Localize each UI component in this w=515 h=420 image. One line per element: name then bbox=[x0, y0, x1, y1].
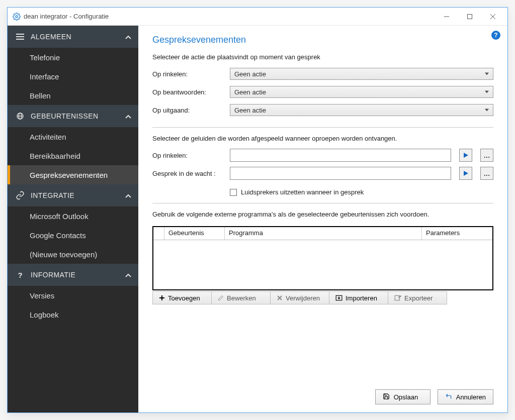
mute-speakers-label: Luidsprekers uitzetten wanneer in gespre… bbox=[241, 188, 364, 196]
sidebar-item-interface[interactable]: Interface bbox=[8, 67, 138, 86]
button-label: Opslaan bbox=[394, 393, 418, 401]
chevron-up-icon bbox=[125, 271, 131, 279]
sidebar-item-label: Logboek bbox=[30, 310, 59, 319]
sidebar-item-label: Gespreksevenementen bbox=[30, 171, 108, 179]
page-title: Gespreksevenementen bbox=[152, 35, 493, 45]
chevron-up-icon bbox=[125, 191, 131, 200]
svg-point-0 bbox=[16, 16, 18, 18]
question-icon: ? bbox=[16, 271, 25, 279]
globe-icon bbox=[16, 112, 25, 120]
sidebar: ALGEMEEN Telefonie Interface Bellen GEBE… bbox=[8, 26, 138, 412]
select-on-ringing[interactable]: Geen actie bbox=[230, 68, 493, 80]
save-icon bbox=[383, 393, 390, 401]
gear-icon bbox=[13, 13, 21, 21]
sidebar-item-gespreksevenementen[interactable]: Gespreksevenementen bbox=[8, 165, 138, 184]
link-icon bbox=[16, 191, 25, 200]
programs-table: Gebeurtenis Programma Parameters bbox=[152, 226, 493, 290]
label-sound-hold: Gesprek in de wacht : bbox=[152, 170, 223, 177]
button-label: Bewerken bbox=[227, 294, 256, 302]
sidebar-item-label: (Nieuwe toevoegen) bbox=[30, 250, 97, 259]
sidebar-item-label: Microsoft Outlook bbox=[30, 212, 89, 221]
sidebar-item-label: Versies bbox=[30, 291, 54, 300]
mute-speakers-checkbox[interactable] bbox=[230, 189, 237, 196]
select-on-outgoing[interactable]: Geen actie bbox=[230, 104, 493, 116]
button-label: Toevoegen bbox=[168, 294, 200, 302]
section-label: INTEGRATIE bbox=[31, 191, 119, 199]
browse-button[interactable]: … bbox=[480, 167, 493, 180]
sidebar-item-label: Bereikbaarheid bbox=[30, 152, 80, 160]
window-title: dean integrator - Configuratie bbox=[24, 13, 109, 20]
sidebar-item-label: Bellen bbox=[30, 91, 51, 100]
button-label: Annuleren bbox=[456, 393, 486, 401]
sidebar-item-label: Google Contacts bbox=[30, 231, 86, 240]
label-on-ringing: Op rinkelen: bbox=[152, 70, 223, 78]
button-label: Verwijderen bbox=[286, 294, 320, 302]
close-button[interactable] bbox=[481, 9, 504, 24]
sidebar-item-activiteiten[interactable]: Activiteiten bbox=[8, 127, 138, 146]
section-header-gebeurtenissen[interactable]: GEBEURTENISSEN bbox=[8, 105, 138, 127]
sidebar-item-google-contacts[interactable]: Google Contacts bbox=[8, 226, 138, 245]
input-sound-ringing[interactable] bbox=[230, 149, 451, 162]
plus-icon bbox=[159, 295, 165, 301]
cancel-button[interactable]: Annuleren bbox=[438, 389, 493, 404]
app-window: dean integrator - Configuratie ALGEMEEN bbox=[7, 7, 508, 413]
sidebar-item-label: Telefonie bbox=[30, 53, 60, 62]
delete-button[interactable]: Verwijderen bbox=[270, 291, 329, 304]
browse-button[interactable]: … bbox=[480, 149, 493, 162]
export-button[interactable]: Exporteer bbox=[388, 291, 447, 304]
section-label: INFORMATIE bbox=[31, 271, 119, 279]
export-icon bbox=[394, 295, 401, 301]
play-button[interactable] bbox=[459, 167, 472, 180]
import-icon bbox=[335, 295, 342, 301]
undo-icon bbox=[445, 393, 452, 401]
edit-button[interactable]: Bewerken bbox=[211, 291, 271, 304]
column-spacer bbox=[153, 227, 164, 240]
column-program[interactable]: Programma bbox=[225, 227, 422, 240]
menu-icon bbox=[16, 33, 25, 40]
titlebar: dean integrator - Configuratie bbox=[8, 8, 507, 26]
sidebar-item-bellen[interactable]: Bellen bbox=[8, 86, 138, 105]
section-header-informatie[interactable]: ? INFORMATIE bbox=[8, 264, 138, 286]
svg-rect-2 bbox=[468, 14, 472, 19]
action-subtitle: Selecteer de actie die plaatsvindt op mo… bbox=[152, 53, 493, 61]
section-label: ALGEMEEN bbox=[31, 33, 119, 41]
pencil-icon bbox=[218, 295, 224, 301]
footer: Opslaan Annuleren bbox=[152, 382, 493, 404]
programs-subtitle: Gebruik de volgende externe programma's … bbox=[152, 211, 493, 218]
section-header-integratie[interactable]: INTEGRATIE bbox=[8, 184, 138, 206]
minimize-button[interactable] bbox=[435, 9, 458, 24]
svg-marker-12 bbox=[464, 171, 468, 176]
save-button[interactable]: Opslaan bbox=[375, 389, 431, 404]
play-button[interactable] bbox=[459, 149, 472, 162]
button-label: Exporteer bbox=[404, 294, 433, 302]
sidebar-item-add-new[interactable]: (Nieuwe toevoegen) bbox=[8, 245, 138, 264]
divider bbox=[152, 127, 493, 128]
sidebar-item-versies[interactable]: Versies bbox=[8, 286, 138, 305]
divider bbox=[152, 203, 493, 203]
sidebar-item-telefonie[interactable]: Telefonie bbox=[8, 48, 138, 67]
column-event[interactable]: Gebeurtenis bbox=[164, 227, 225, 240]
section-header-algemeen[interactable]: ALGEMEEN bbox=[8, 26, 138, 48]
main-panel: ? Gespreksevenementen Selecteer de actie… bbox=[138, 26, 507, 412]
svg-rect-18 bbox=[395, 295, 399, 300]
chevron-up-icon bbox=[125, 112, 131, 121]
add-button[interactable]: Toevoegen bbox=[152, 291, 212, 304]
chevron-up-icon bbox=[125, 33, 131, 41]
help-button[interactable]: ? bbox=[491, 31, 500, 40]
input-sound-hold[interactable] bbox=[230, 167, 451, 180]
section-label: GEBEURTENISSEN bbox=[31, 112, 119, 120]
table-body[interactable] bbox=[153, 240, 492, 289]
import-button[interactable]: Importeren bbox=[329, 291, 388, 304]
column-params[interactable]: Parameters bbox=[422, 227, 492, 240]
select-value: Geen actie bbox=[234, 107, 266, 114]
sidebar-item-bereikbaarheid[interactable]: Bereikbaarheid bbox=[8, 146, 138, 165]
sidebar-item-logboek[interactable]: Logboek bbox=[8, 305, 138, 324]
select-on-answer[interactable]: Geen actie bbox=[230, 86, 493, 98]
select-value: Geen actie bbox=[234, 70, 266, 78]
sound-subtitle: Selecteer de geluiden die worden afgespe… bbox=[152, 135, 493, 142]
sidebar-item-label: Interface bbox=[30, 72, 59, 81]
table-toolbar: Toevoegen Bewerken Verwijderen bbox=[152, 291, 493, 304]
label-sound-ringing: Op rinkelen: bbox=[152, 152, 223, 159]
sidebar-item-outlook[interactable]: Microsoft Outlook bbox=[8, 206, 138, 226]
maximize-button[interactable] bbox=[458, 9, 481, 24]
